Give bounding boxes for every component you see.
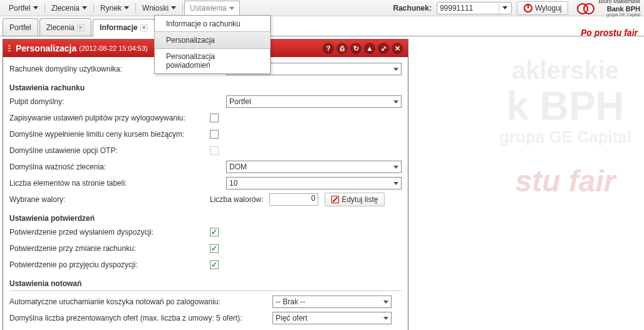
tab-label: Zlecenia xyxy=(46,23,75,32)
page-size-select[interactable]: 10 xyxy=(226,177,402,189)
caret-down-icon xyxy=(393,100,398,104)
menu-separator xyxy=(135,3,136,13)
section-account: Ustawienia rachunku xyxy=(9,83,402,92)
offers-select[interactable]: Pięć ofert xyxy=(273,312,392,324)
pencil-icon xyxy=(331,196,339,203)
pulpit-select[interactable]: Portfel xyxy=(226,95,402,108)
auto-basket-label: Automatyczne uruchamianie koszyka notowa… xyxy=(9,297,273,306)
caret-down-icon xyxy=(393,166,398,169)
tab-label: Informacje xyxy=(100,23,138,32)
panel-title: Personalizacja xyxy=(16,43,76,53)
power-icon xyxy=(524,4,532,13)
select-value: -- Brak -- xyxy=(276,297,305,306)
panel-header-icons: ? ⎙ ↻ ▲ ⤢ ✕ xyxy=(323,43,403,54)
confirm-before-checkbox[interactable] xyxy=(210,228,219,237)
wm-line: stu fair xyxy=(499,165,631,198)
bank-logo: Biuro Maklerskie Bank BPH grupa GE Capit… xyxy=(577,0,640,17)
fill-limit-checkbox[interactable] xyxy=(210,130,219,139)
menu-separator xyxy=(93,3,94,13)
menu-label: Ustawienia xyxy=(190,4,227,13)
menu-wnioski[interactable]: Wnioski xyxy=(137,1,181,16)
chosen-label: Wybrane walory: xyxy=(9,195,210,204)
confirm-after-label: Potwierdzenie po przyjęciu dyspozycji: xyxy=(9,260,210,269)
menu-portfel[interactable]: Portfel xyxy=(4,1,43,16)
grip-icon[interactable] xyxy=(8,45,11,51)
menu-separator xyxy=(182,3,183,13)
wm-line: k BPH xyxy=(499,84,631,128)
logo-circles-icon xyxy=(577,1,595,16)
logo-line1: Biuro Maklerskie xyxy=(598,0,640,5)
panel-timestamp: (2012-08-22 15:04:53) xyxy=(79,45,147,52)
caret-down-icon xyxy=(383,301,388,304)
panel-refresh-icon[interactable]: ↻ xyxy=(350,43,361,54)
select-value: Pięć ofert xyxy=(276,314,308,322)
caret-down-icon xyxy=(383,317,388,320)
menu-label: Wnioski xyxy=(142,4,169,13)
account-select[interactable]: 99991111 xyxy=(437,2,512,14)
panel-body: Rachunek domyślny użytkownika: 99991111 … xyxy=(3,57,408,330)
caret-down-icon xyxy=(229,7,234,10)
panel-help-icon[interactable]: ? xyxy=(323,43,334,54)
dropdown-item-info[interactable]: Informacje o rachunku xyxy=(155,16,270,32)
tab-informacje[interactable]: Informacje✕ xyxy=(93,19,155,36)
confirm-change-checkbox[interactable] xyxy=(210,244,219,253)
watermark: aklerskie k BPH grupa GE Capital stu fai… xyxy=(499,56,631,198)
tabstrip: Portfel Zlecenia✕ Informacje✕ H ↻ ✚ ✎ 💾 … xyxy=(0,16,644,36)
menu-zlecenia[interactable]: Zlecenia xyxy=(46,1,92,16)
select-value: DOM xyxy=(229,162,247,171)
caret-down-icon xyxy=(124,6,129,9)
logo-line2: Bank BPH xyxy=(598,5,640,13)
save-desktop-checkbox[interactable] xyxy=(210,114,219,122)
chosen-controls: Liczba walorów: 0 Edytuj listę xyxy=(210,193,385,206)
fill-limit-label: Domyślne wypełnienie limitu ceny kursem … xyxy=(9,130,210,139)
dropdown-item-powiadomien[interactable]: Personalizacja powiadomień xyxy=(155,48,270,73)
dropdown-item-personalizacja[interactable]: Personalizacja xyxy=(154,31,271,49)
logout-button[interactable]: Wyloguj xyxy=(517,1,569,15)
select-value: Portfel xyxy=(229,97,251,106)
confirm-before-label: Potwierdzenie przed wysłaniem dyspozycji… xyxy=(9,228,210,237)
chosen-count-input[interactable]: 0 xyxy=(269,193,318,206)
close-icon[interactable]: ✕ xyxy=(77,24,85,31)
ustawienia-dropdown: Informacje o rachunku Personalizacja Per… xyxy=(154,15,271,74)
dropdown-caret-icon xyxy=(499,3,509,13)
menu-separator xyxy=(44,3,45,13)
tab-zlecenia[interactable]: Zlecenia✕ xyxy=(39,18,91,36)
edit-list-label: Edytuj listę xyxy=(341,195,378,204)
select-value: 10 xyxy=(229,179,237,188)
section-quotes: Ustawienia notowań xyxy=(9,279,402,288)
confirm-after-checkbox[interactable] xyxy=(210,260,219,269)
offers-label: Domyślna liczba prezentowanych ofert (ma… xyxy=(9,314,273,322)
caret-down-icon xyxy=(393,182,398,185)
personalizacja-panel: Personalizacja (2012-08-22 15:04:53) ? ⎙… xyxy=(3,39,408,330)
edit-list-button[interactable]: Edytuj listę xyxy=(325,193,385,206)
save-desktop-label: Zapisywanie ustawień pulpitów przy wylog… xyxy=(9,114,210,122)
menu-rynek[interactable]: Rynek xyxy=(95,1,134,16)
auto-basket-select[interactable]: -- Brak -- xyxy=(273,295,392,308)
logout-label: Wyloguj xyxy=(535,4,562,13)
otp-checkbox[interactable] xyxy=(210,146,219,155)
otp-label: Domyślne ustawienie opcji OTP: xyxy=(9,146,210,155)
close-icon[interactable]: ✕ xyxy=(140,24,148,31)
account-value: 99991111 xyxy=(440,4,473,13)
tab-portfel[interactable]: Portfel xyxy=(3,18,38,36)
main-menu: Portfel Zlecenia Rynek Wnioski Ustawieni… xyxy=(4,1,240,16)
validity-select[interactable]: DOM xyxy=(226,161,402,173)
caret-down-icon xyxy=(82,6,87,9)
menu-ustawienia[interactable]: Ustawienia xyxy=(184,1,240,16)
topbar-right: Rachunek: 99991111 Wyloguj Biuro Maklers… xyxy=(393,0,640,17)
account-label: Rachunek: xyxy=(393,4,432,13)
caret-down-icon xyxy=(33,6,38,9)
page-size-label: Liczba elementów na stronie tabeli: xyxy=(9,179,210,188)
panel-collapse-icon[interactable]: ▲ xyxy=(364,43,375,54)
menu-label: Portfel xyxy=(9,4,31,13)
panel-close-icon[interactable]: ✕ xyxy=(392,43,403,54)
validity-label: Domyślna ważność zlecenia: xyxy=(9,162,210,171)
logo-text: Biuro Maklerskie Bank BPH grupa GE Capit… xyxy=(598,0,640,17)
panel-print-icon[interactable]: ⎙ xyxy=(336,43,348,54)
section-confirm: Ustawienia potwierdzeń xyxy=(9,214,402,223)
panel-expand-icon[interactable]: ⤢ xyxy=(378,43,389,54)
wm-line: grupa GE Capital xyxy=(499,128,631,146)
tab-label: Portfel xyxy=(9,23,31,32)
confirm-change-label: Potwierdzenie przy zmianie rachunku: xyxy=(9,244,210,253)
menu-label: Rynek xyxy=(100,4,122,13)
